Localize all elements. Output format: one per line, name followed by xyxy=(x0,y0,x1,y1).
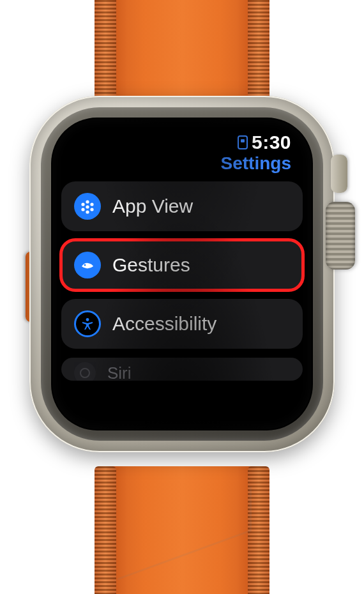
page-title: Settings xyxy=(52,153,312,178)
settings-row-label: Accessibility xyxy=(112,313,290,335)
settings-row-app-view[interactable]: App View xyxy=(61,181,303,231)
svg-point-1 xyxy=(81,202,84,206)
gestures-icon xyxy=(74,252,101,278)
settings-row-siri[interactable]: Siri xyxy=(61,358,303,381)
svg-point-9 xyxy=(80,369,89,377)
svg-point-8 xyxy=(86,318,89,321)
watch-band-top xyxy=(106,0,258,102)
status-bar: 5:30 xyxy=(52,119,312,153)
settings-row-accessibility[interactable]: Accessibility xyxy=(61,299,303,349)
iphone-connection-icon xyxy=(238,135,248,149)
digital-crown[interactable] xyxy=(326,202,355,270)
svg-point-2 xyxy=(90,202,93,206)
svg-point-7 xyxy=(84,264,86,266)
svg-point-3 xyxy=(86,205,89,208)
settings-list[interactable]: App View Gestures Acce xyxy=(52,178,312,381)
settings-row-label: App View xyxy=(112,195,290,217)
siri-icon xyxy=(74,362,96,381)
watch-band-bottom xyxy=(106,466,258,594)
svg-point-6 xyxy=(86,210,89,213)
settings-row-gestures[interactable]: Gestures xyxy=(61,240,303,290)
settings-row-label: Gestures xyxy=(112,254,290,276)
svg-point-5 xyxy=(90,208,93,211)
accessibility-icon xyxy=(74,310,101,337)
watch-screen: 5:30 Settings App View xyxy=(52,119,312,429)
svg-point-4 xyxy=(81,208,84,211)
svg-point-0 xyxy=(86,200,89,203)
status-time: 5:30 xyxy=(252,132,291,153)
settings-row-label: Siri xyxy=(107,363,290,381)
app-view-icon xyxy=(74,193,101,220)
